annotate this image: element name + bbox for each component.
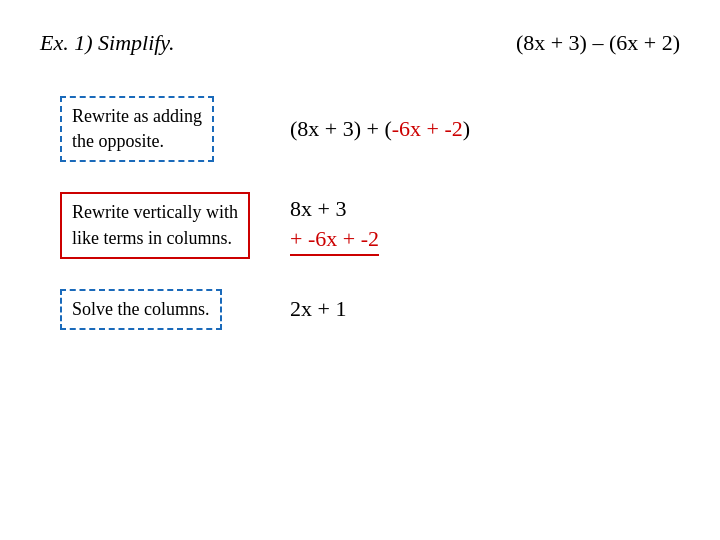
step1-label: Rewrite as addingthe opposite. (72, 106, 202, 151)
step1-content: (8x + 3) + (-6x + -2) (290, 116, 470, 142)
step2-row: Rewrite vertically withlike terms in col… (60, 192, 680, 258)
step3-label: Solve the columns. (72, 299, 210, 319)
title-row: Ex. 1) Simplify. (8x + 3) – (6x + 2) (40, 30, 680, 56)
step2-content: 8x + 3 + -6x + -2 (290, 196, 379, 256)
step3-expr: 2x + 1 (290, 296, 346, 321)
step1-row: Rewrite as addingthe opposite. (8x + 3) … (60, 96, 680, 162)
main-expression: (8x + 3) – (6x + 2) (516, 30, 680, 56)
step2-label: Rewrite vertically withlike terms in col… (72, 202, 238, 247)
page-title: Ex. 1) Simplify. (40, 30, 174, 56)
step1-expr-prefix: (8x + 3) + ( (290, 116, 392, 141)
step2-label-container: Rewrite vertically withlike terms in col… (60, 192, 270, 258)
step1-label-container: Rewrite as addingthe opposite. (60, 96, 270, 162)
step2-box: Rewrite vertically withlike terms in col… (60, 192, 250, 258)
content-area: Rewrite as addingthe opposite. (8x + 3) … (40, 96, 680, 360)
step1-box: Rewrite as addingthe opposite. (60, 96, 214, 162)
step3-content: 2x + 1 (290, 296, 346, 322)
step1-expr-red: -6x + -2 (392, 116, 463, 141)
step3-box: Solve the columns. (60, 289, 222, 330)
step3-label-container: Solve the columns. (60, 289, 270, 330)
step2-line1: 8x + 3 (290, 196, 346, 222)
page: Ex. 1) Simplify. (8x + 3) – (6x + 2) Rew… (0, 0, 720, 540)
step3-row: Solve the columns. 2x + 1 (60, 289, 680, 330)
step1-expr-suffix: ) (463, 116, 470, 141)
step2-line2: + -6x + -2 (290, 226, 379, 256)
